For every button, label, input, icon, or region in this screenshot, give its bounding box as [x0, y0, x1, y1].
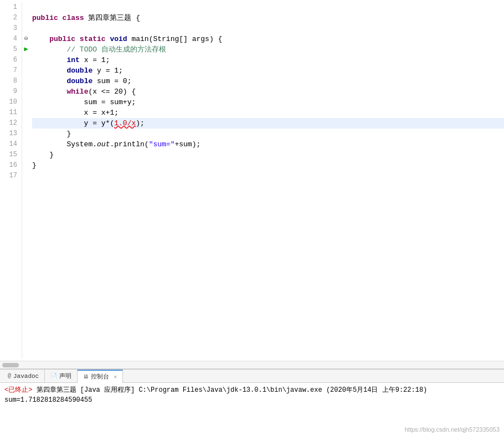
line-number: 1	[2, 2, 17, 13]
line-number: 3	[2, 23, 17, 34]
gutter-marker	[22, 118, 30, 129]
line-number: 5	[2, 44, 17, 55]
gutter-marker	[22, 65, 30, 76]
gutter-marker	[22, 160, 30, 171]
editor-area: 1234567891011121314151617 ⊖▶ public clas…	[0, 0, 504, 369]
gutter-marker	[22, 86, 30, 97]
tab-label-declaration: 声明	[59, 372, 71, 380]
bottom-tab-declaration[interactable]: 📄 声明	[45, 370, 78, 383]
code-container: 1234567891011121314151617 ⊖▶ public clas…	[0, 0, 504, 361]
bottom-tab-javadoc[interactable]: @ Javadoc	[2, 370, 45, 383]
code-line[interactable]: public static void main(String[] args) {	[32, 34, 504, 44]
line-number: 8	[2, 76, 17, 86]
code-line[interactable]	[32, 2, 504, 13]
tab-icon-declaration: 📄	[50, 373, 57, 380]
gutter-marker	[22, 171, 30, 181]
tab-label-javadoc: Javadoc	[13, 373, 39, 380]
gutter-marker	[22, 108, 30, 118]
code-line[interactable]: while(x <= 20) {	[32, 86, 504, 97]
bottom-tabs: @ Javadoc📄 声明🖥 控制台 ✕	[0, 370, 504, 383]
tab-icon-console: 🖥	[83, 373, 89, 380]
line-number: 17	[2, 171, 17, 181]
gutter-marker	[22, 76, 30, 86]
terminated-label: <已终止>	[4, 386, 32, 394]
tab-close-console[interactable]: ✕	[114, 373, 117, 380]
code-line[interactable]: y = y*(1.0/x);	[32, 118, 504, 129]
left-gutter: ⊖▶	[22, 2, 30, 359]
code-line[interactable]: // TODO 自动生成的方法存根	[32, 44, 504, 55]
gutter-marker	[22, 13, 30, 23]
terminated-info: 第四章第三题 [Java 应用程序] C:\Program Files\Java…	[37, 386, 428, 394]
line-number: 14	[2, 139, 17, 150]
code-line[interactable]: double y = 1;	[32, 65, 504, 76]
line-number: 6	[2, 55, 17, 65]
code-line[interactable]	[32, 171, 504, 181]
line-number: 15	[2, 150, 17, 160]
gutter-marker	[22, 55, 30, 65]
line-number: 13	[2, 129, 17, 139]
gutter-marker	[22, 23, 30, 34]
editor-scrollbar[interactable]	[0, 361, 504, 369]
code-line[interactable]: }	[32, 160, 504, 171]
gutter-marker	[22, 139, 30, 150]
line-number: 11	[2, 108, 17, 118]
terminated-line: <已终止> 第四章第三题 [Java 应用程序] C:\Program File…	[4, 385, 500, 395]
code-line[interactable]	[32, 23, 504, 34]
tab-label-console: 控制台	[91, 372, 109, 381]
line-number: 7	[2, 65, 17, 76]
code-lines[interactable]: public class 第四章第三题 { public static void…	[30, 2, 504, 359]
watermark-text: https://blog.csdn.net/qjh572335053	[405, 426, 500, 433]
bottom-panel: @ Javadoc📄 声明🖥 控制台 ✕ <已终止> 第四章第三题 [Java …	[0, 369, 504, 435]
gutter-marker: ⊖	[22, 34, 30, 44]
code-line[interactable]: }	[32, 150, 504, 160]
gutter-marker	[22, 129, 30, 139]
gutter-marker	[22, 97, 30, 108]
line-number: 16	[2, 160, 17, 171]
line-number: 2	[2, 13, 17, 23]
code-line[interactable]: }	[32, 129, 504, 139]
gutter-marker: ▶	[22, 44, 30, 55]
gutter-marker	[22, 2, 30, 13]
line-number: 12	[2, 118, 17, 129]
line-number: 4	[2, 34, 17, 44]
line-number: 10	[2, 97, 17, 108]
code-line[interactable]: int x = 1;	[32, 55, 504, 65]
line-number: 9	[2, 86, 17, 97]
console-output: sum=1.7182818284590455	[4, 395, 500, 405]
line-numbers: 1234567891011121314151617	[0, 2, 22, 359]
gutter-marker	[22, 150, 30, 160]
code-line[interactable]: sum = sum+y;	[32, 97, 504, 108]
code-line[interactable]: System.out.println("sum="+sum);	[32, 139, 504, 150]
tab-icon-javadoc: @	[8, 373, 11, 379]
code-line[interactable]: double sum = 0;	[32, 76, 504, 86]
code-line[interactable]: x = x+1;	[32, 108, 504, 118]
code-line[interactable]: public class 第四章第三题 {	[32, 13, 504, 23]
bottom-tab-console[interactable]: 🖥 控制台 ✕	[78, 370, 123, 383]
scrollbar-thumb[interactable]	[2, 363, 19, 367]
